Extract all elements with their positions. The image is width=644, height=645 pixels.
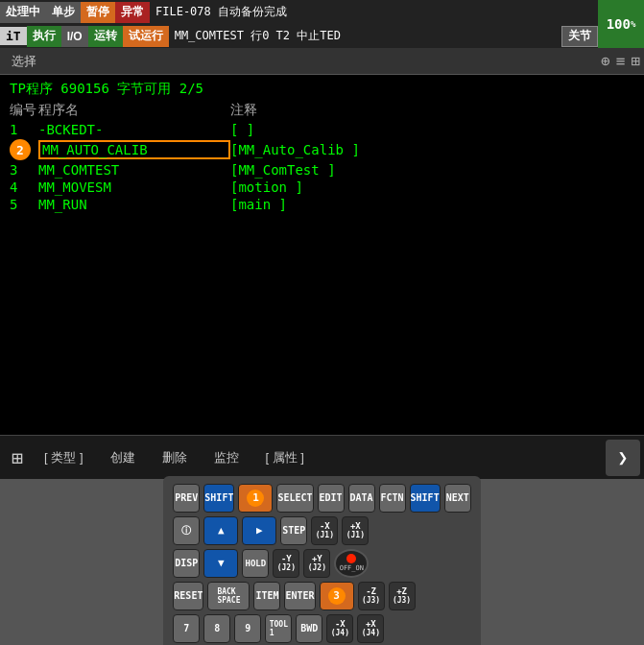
menu-arrow[interactable]: ❯ bbox=[606, 440, 640, 476]
menu-bar: ⊞ [ 类型 ] 创建 删除 监控 [ 属性 ] ❯ bbox=[0, 435, 644, 479]
table-row[interactable]: 2MM_AUTO_CALIB[MM_Auto_Calib ] bbox=[10, 138, 634, 161]
key-prev[interactable]: PREV bbox=[173, 484, 200, 513]
table-row[interactable]: 5MM_RUN[main ] bbox=[10, 196, 634, 213]
key-row-4: RESET BACKSPACE ITEM ENTER 3 -Z(J3) +Z(J… bbox=[173, 582, 470, 610]
status-text-2: MM_COMTEST 行0 T2 中止TED bbox=[169, 28, 561, 44]
zoom-icon[interactable]: ⊕ bbox=[601, 52, 610, 70]
key-down[interactable]: ▼ bbox=[203, 549, 238, 578]
row-number: 3 bbox=[10, 162, 38, 178]
key-data[interactable]: DATA bbox=[348, 484, 375, 513]
key-reset[interactable]: RESET bbox=[173, 582, 203, 610]
key-plus-z-j3[interactable]: +Z(J3) bbox=[389, 582, 416, 610]
key-step[interactable]: STEP bbox=[280, 516, 307, 545]
menu-properties[interactable]: [ 属性 ] bbox=[252, 440, 318, 476]
key-row-2: ⓘ ▲ ▶ STEP -X(J1) +X(J1) bbox=[173, 516, 470, 545]
row-comment: [MM_Auto_Calib ] bbox=[230, 142, 634, 157]
key-tool1[interactable]: TOOL1 bbox=[265, 614, 292, 643]
key-disp[interactable]: DISP bbox=[173, 549, 200, 578]
btn-pause[interactable]: 暂停 bbox=[81, 2, 115, 23]
top-bar: 处理中 单步 暂停 异常 FILE-078 自动备份完成 iT 执行 I/O 运… bbox=[0, 0, 644, 48]
key-1-circle[interactable]: 1 bbox=[238, 484, 273, 513]
row-program-name: MM_RUN bbox=[38, 197, 230, 212]
table-row[interactable]: 1-BCKEDT-[ ] bbox=[10, 121, 634, 138]
key-plus-x-j4[interactable]: +X(J4) bbox=[357, 614, 384, 643]
key-up[interactable]: ▲ bbox=[203, 516, 238, 545]
key-next[interactable]: NEXT bbox=[444, 484, 471, 513]
row-number: 2 bbox=[10, 139, 38, 160]
main-content: TP程序 690156 字节可用 2/5 编号 程序名 注释 1-BCKEDT-… bbox=[0, 75, 644, 435]
table-row[interactable]: 3MM_COMTEST[MM_ComTest ] bbox=[10, 161, 634, 179]
pct-badge: 100% bbox=[598, 0, 644, 48]
row-number: 1 bbox=[10, 122, 38, 137]
key-plus-x-j1[interactable]: +X(J1) bbox=[342, 516, 369, 545]
row-program-name: MM_AUTO_CALIB bbox=[38, 140, 230, 159]
btn-test-run[interactable]: 试运行 bbox=[123, 26, 169, 47]
key-off-on[interactable]: OFF_ON bbox=[334, 549, 369, 578]
key-plus-y-j2[interactable]: +Y(J2) bbox=[303, 549, 330, 578]
it-badge: iT bbox=[0, 27, 27, 45]
program-list: 1-BCKEDT-[ ]2MM_AUTO_CALIB[MM_Auto_Calib… bbox=[10, 121, 634, 213]
key-9[interactable]: 9 bbox=[234, 614, 261, 643]
key-3-circle[interactable]: 3 bbox=[320, 582, 354, 610]
key-row-5: 7 8 9 TOOL1 BWD -X(J4) +X(J4) bbox=[173, 614, 470, 643]
key-row-3: DISP ▼ HOLD -Y(J2) +Y(J2) OFF_ON bbox=[173, 549, 470, 578]
row-comment: [main ] bbox=[230, 197, 634, 212]
key-minus-x-j1[interactable]: -X(J1) bbox=[311, 516, 338, 545]
keyboard-area: PREV SHIFT 1 SELECT EDIT DATA FCTN SHIFT… bbox=[0, 479, 644, 645]
menu-monitor[interactable]: 监控 bbox=[201, 440, 252, 476]
col-name-header: 程序名 bbox=[38, 102, 230, 119]
key-right[interactable]: ▶ bbox=[242, 516, 276, 545]
menu-create[interactable]: 创建 bbox=[97, 440, 149, 476]
status-text-1: FILE-078 自动备份完成 bbox=[150, 4, 598, 20]
status-row-2: iT 执行 I/O 运转 试运行 MM_COMTEST 行0 T2 中止TED … bbox=[0, 24, 598, 48]
btn-step[interactable]: 单步 bbox=[46, 2, 81, 23]
row-program-name: -BCKEDT- bbox=[38, 122, 230, 137]
keyboard-panel: PREV SHIFT 1 SELECT EDIT DATA FCTN SHIFT… bbox=[163, 476, 480, 646]
row-number: 5 bbox=[10, 197, 38, 212]
selected-badge: 2 bbox=[10, 139, 31, 160]
key-8[interactable]: 8 bbox=[203, 614, 230, 643]
grid-icon[interactable]: ⊞ bbox=[631, 52, 640, 70]
column-headers: 编号 程序名 注释 bbox=[10, 102, 634, 119]
row-number: 4 bbox=[10, 179, 38, 195]
content-header: TP程序 690156 字节可用 2/5 bbox=[10, 81, 634, 98]
col-comment-header: 注释 bbox=[230, 102, 634, 119]
key-item[interactable]: ITEM bbox=[253, 582, 280, 610]
key-enter[interactable]: ENTER bbox=[284, 582, 315, 610]
key-shift-left[interactable]: SHIFT bbox=[203, 484, 234, 513]
table-row[interactable]: 4MM_MOVESM[motion ] bbox=[10, 179, 634, 196]
status-row-1: 处理中 单步 暂停 异常 FILE-078 自动备份完成 bbox=[0, 0, 598, 24]
col-num-header: 编号 bbox=[10, 102, 38, 119]
row-program-name: MM_COMTEST bbox=[38, 162, 230, 178]
toolbar-icons: ⊕ ≡ ⊞ bbox=[601, 52, 640, 70]
btn-io[interactable]: I/O bbox=[61, 26, 88, 47]
key-bwd[interactable]: BWD bbox=[296, 614, 322, 643]
key-backspace[interactable]: BACKSPACE bbox=[207, 582, 250, 610]
key-7[interactable]: 7 bbox=[173, 614, 200, 643]
key-row-1: PREV SHIFT 1 SELECT EDIT DATA FCTN SHIFT… bbox=[173, 484, 470, 513]
row-comment: [MM_ComTest ] bbox=[230, 162, 634, 178]
btn-error[interactable]: 异常 bbox=[115, 2, 150, 23]
key-minus-z-j3[interactable]: -Z(J3) bbox=[358, 582, 385, 610]
key-edit[interactable]: EDIT bbox=[318, 484, 345, 513]
menu-grid-icon[interactable]: ⊞ bbox=[4, 442, 31, 473]
key-minus-x-j4[interactable]: -X(J4) bbox=[326, 614, 353, 643]
toolbar: 选择 ⊕ ≡ ⊞ bbox=[0, 48, 644, 75]
row-comment: [motion ] bbox=[230, 179, 634, 195]
menu-icon[interactable]: ≡ bbox=[616, 52, 626, 70]
row-program-name: MM_MOVESM bbox=[38, 179, 230, 195]
btn-close[interactable]: 关节 bbox=[561, 26, 598, 47]
btn-processing[interactable]: 处理中 bbox=[0, 2, 46, 23]
btn-run[interactable]: 运转 bbox=[88, 26, 123, 47]
key-hold[interactable]: HOLD bbox=[242, 549, 269, 578]
row-comment: [ ] bbox=[230, 122, 634, 137]
menu-delete[interactable]: 删除 bbox=[149, 440, 201, 476]
btn-execute[interactable]: 执行 bbox=[27, 26, 61, 47]
key-shift-right[interactable]: SHIFT bbox=[410, 484, 441, 513]
key-info[interactable]: ⓘ bbox=[173, 516, 200, 545]
key-minus-y-j2[interactable]: -Y(J2) bbox=[273, 549, 299, 578]
key-fctn[interactable]: FCTN bbox=[379, 484, 406, 513]
menu-type[interactable]: [ 类型 ] bbox=[31, 440, 96, 476]
key-select[interactable]: SELECT bbox=[276, 484, 313, 513]
toolbar-label: 选择 bbox=[4, 53, 44, 70]
